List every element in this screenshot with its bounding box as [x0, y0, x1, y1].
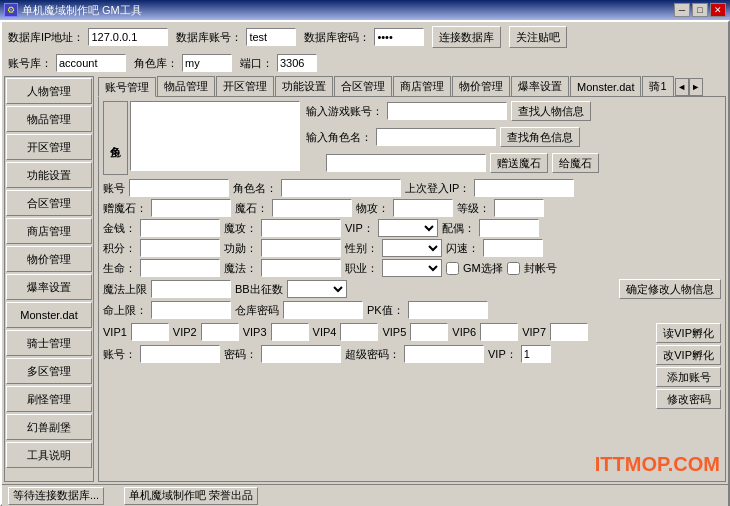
mp-max-label: 魔法上限: [103, 282, 147, 297]
multi-char-list[interactable]: [130, 101, 300, 171]
sidebar-item-zone[interactable]: 开区管理: [6, 134, 92, 160]
maximize-button[interactable]: □: [692, 3, 708, 17]
vip-select[interactable]: [378, 219, 438, 237]
last-login-input[interactable]: [474, 179, 574, 197]
top-bar: 数据库IP地址： 数据库账号： 数据库密码： 连接数据库 关注贴吧: [2, 22, 728, 52]
role-db-input[interactable]: [182, 54, 232, 72]
bottom-pwd-input[interactable]: [261, 345, 341, 363]
vip5-input[interactable]: [410, 323, 448, 341]
vip6-input[interactable]: [480, 323, 518, 341]
tab-drop[interactable]: 爆率设置: [511, 76, 569, 96]
change-pwd-button[interactable]: 修改密码: [656, 389, 721, 409]
spouse-input[interactable]: [479, 219, 539, 237]
tab-monster[interactable]: Monster.dat: [570, 76, 641, 96]
magic-stone-input[interactable]: [272, 199, 352, 217]
vip3-label: VIP3: [243, 326, 267, 338]
confirm-modify-button[interactable]: 确定修改人物信息: [619, 279, 721, 299]
sidebar-item-shop[interactable]: 商店管理: [6, 218, 92, 244]
search-role-input[interactable]: [376, 128, 496, 146]
sidebar-item-drop[interactable]: 爆率设置: [6, 274, 92, 300]
tab-prev-button[interactable]: ◄: [675, 78, 689, 96]
bottom-acct-label: 账号：: [103, 347, 136, 362]
tab-items[interactable]: 物品管理: [157, 76, 215, 96]
bottom-superpwd-input[interactable]: [404, 345, 484, 363]
sidebar-item-knight[interactable]: 骑士管理: [6, 330, 92, 356]
search-game-acct-input[interactable]: [387, 102, 507, 120]
tab-account[interactable]: 账号管理: [98, 77, 156, 97]
mp-max-input[interactable]: [151, 280, 231, 298]
tab-merge[interactable]: 合区管理: [334, 76, 392, 96]
port-input[interactable]: [277, 54, 317, 72]
bottom-vip-input[interactable]: [521, 345, 551, 363]
sidebar-item-multizone[interactable]: 多区管理: [6, 358, 92, 384]
sidebar-item-merge[interactable]: 合区管理: [6, 190, 92, 216]
bottom-pwd-label: 密码：: [224, 347, 257, 362]
hp-limit-label: 命上限：: [103, 303, 147, 318]
occupation-select[interactable]: [382, 259, 442, 277]
vip3-input[interactable]: [271, 323, 309, 341]
bottom-acct-input[interactable]: [140, 345, 220, 363]
hidden-label: 闪速：: [446, 241, 479, 256]
change-vip-button[interactable]: 改VIP孵化: [656, 345, 721, 365]
points-input[interactable]: [140, 239, 220, 257]
level-label: 等级：: [457, 201, 490, 216]
window-controls: ─ □ ✕: [674, 3, 726, 17]
db-account-input[interactable]: [246, 28, 296, 46]
tab-zone[interactable]: 开区管理: [216, 76, 274, 96]
second-bar: 账号库： 角色库： 端口：: [2, 52, 728, 74]
sidebar-item-people[interactable]: 人物管理: [6, 78, 92, 104]
sidebar-item-beast[interactable]: 幻兽副堡: [6, 414, 92, 440]
db-ip-label: 数据库IP地址：: [8, 30, 84, 45]
tab-price[interactable]: 物价管理: [452, 76, 510, 96]
gift-magic-stone-btn-right[interactable]: 给魔石: [552, 153, 599, 173]
hp-limit-input[interactable]: [151, 301, 231, 319]
vip7-input[interactable]: [550, 323, 588, 341]
tab-shop[interactable]: 商店管理: [393, 76, 451, 96]
seal-checkbox[interactable]: [507, 262, 520, 275]
vip2-input[interactable]: [201, 323, 239, 341]
sidebar-item-items[interactable]: 物品管理: [6, 106, 92, 132]
gold-input[interactable]: [140, 219, 220, 237]
read-vip-button[interactable]: 读VIP孵化: [656, 323, 721, 343]
gift-magic-stone-input[interactable]: [326, 154, 486, 172]
db-ip-input[interactable]: [88, 28, 168, 46]
find-person-button[interactable]: 查找人物信息: [511, 101, 591, 121]
status-left: 等待连接数据库...: [8, 487, 104, 505]
minimize-button[interactable]: ─: [674, 3, 690, 17]
close-button[interactable]: ✕: [710, 3, 726, 17]
add-acct-button[interactable]: 添加账号: [656, 367, 721, 387]
hp-input[interactable]: [140, 259, 220, 277]
magic-atk-input[interactable]: [261, 219, 341, 237]
tab-features[interactable]: 功能设置: [275, 76, 333, 96]
merit-input[interactable]: [261, 239, 341, 257]
sidebar-item-tools[interactable]: 工具说明: [6, 442, 92, 468]
phys-atk-input[interactable]: [393, 199, 453, 217]
sidebar-item-spawn[interactable]: 刷怪管理: [6, 386, 92, 412]
focus-btn[interactable]: 关注贴吧: [509, 26, 567, 48]
db-password-input[interactable]: [374, 28, 424, 46]
tab-next-button[interactable]: ►: [689, 78, 703, 96]
tab-k1[interactable]: 骑1: [642, 76, 673, 96]
role-name-input[interactable]: [281, 179, 401, 197]
pk-input[interactable]: [408, 301, 488, 319]
vip1-input[interactable]: [131, 323, 169, 341]
magic-input[interactable]: [261, 259, 341, 277]
vip4-input[interactable]: [340, 323, 378, 341]
spouse-label: 配偶：: [442, 221, 475, 236]
bb-exit-select[interactable]: [287, 280, 347, 298]
connect-db-button[interactable]: 连接数据库: [432, 26, 501, 48]
gender-label: 性别：: [345, 241, 378, 256]
gift-magic-stone-btn-left[interactable]: 赠送魔石: [490, 153, 548, 173]
sidebar-item-price[interactable]: 物价管理: [6, 246, 92, 272]
acct-input[interactable]: [129, 179, 229, 197]
sidebar-item-features[interactable]: 功能设置: [6, 162, 92, 188]
hidden-input[interactable]: [483, 239, 543, 257]
sidebar-item-monster[interactable]: Monster.dat: [6, 302, 92, 328]
gift-stone-input[interactable]: [151, 199, 231, 217]
gender-select[interactable]: [382, 239, 442, 257]
find-role-button[interactable]: 查找角色信息: [500, 127, 580, 147]
db-name-input[interactable]: [56, 54, 126, 72]
level-input[interactable]: [494, 199, 544, 217]
warehouse-pwd-input[interactable]: [283, 301, 363, 319]
gm-checkbox[interactable]: [446, 262, 459, 275]
